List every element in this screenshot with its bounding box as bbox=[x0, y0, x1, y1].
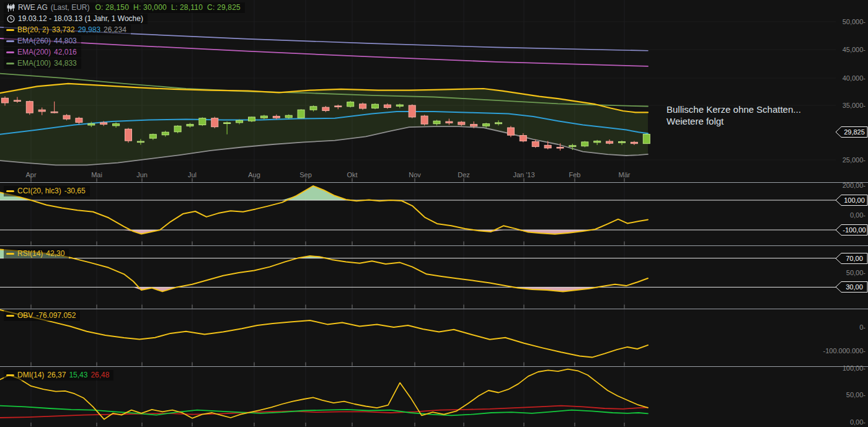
annotation-line2: Weietere folgt bbox=[666, 115, 865, 127]
candle[interactable] bbox=[507, 128, 514, 135]
candle[interactable] bbox=[211, 118, 218, 127]
candle[interactable] bbox=[384, 105, 391, 108]
candle[interactable] bbox=[396, 105, 403, 106]
dmi-indicator-label[interactable]: DMI(14) 26,37 15,43 26,48 bbox=[4, 370, 113, 381]
candle[interactable] bbox=[149, 134, 156, 138]
candle[interactable] bbox=[520, 136, 526, 141]
candle[interactable] bbox=[619, 142, 626, 143]
candle[interactable] bbox=[471, 125, 477, 126]
candle[interactable] bbox=[162, 132, 169, 135]
x-axis-label: Okt bbox=[347, 171, 357, 178]
candle[interactable] bbox=[544, 145, 551, 148]
instrument-header-row[interactable]: RWE AG (Last, EUR) O: 28,150 H: 30,000 L… bbox=[4, 2, 245, 13]
candle[interactable] bbox=[409, 105, 415, 117]
x-axis-label: Dez bbox=[458, 171, 470, 178]
candle[interactable] bbox=[2, 98, 9, 103]
obv-indicator-label[interactable]: OBV -76.097.052 bbox=[4, 310, 80, 321]
candle[interactable] bbox=[76, 118, 82, 123]
x-axis-label: Nov bbox=[409, 171, 421, 178]
y-axis-label: 100,00- bbox=[843, 364, 866, 372]
candle[interactable] bbox=[285, 115, 292, 118]
candle[interactable] bbox=[125, 129, 132, 141]
ema100-value: 34,833 bbox=[54, 59, 77, 68]
candle[interactable] bbox=[236, 120, 243, 123]
ema100-legend-row[interactable]: EMA(100) 34,833 bbox=[4, 58, 81, 69]
candle[interactable] bbox=[100, 123, 107, 125]
y-axis-label: 25,000- bbox=[843, 156, 866, 164]
candle[interactable] bbox=[310, 107, 317, 110]
instrument-series-type: (Last, EUR) bbox=[51, 3, 90, 12]
annotation-text[interactable]: Bullische Kerze ohne Schatten... Weieter… bbox=[666, 103, 865, 127]
dmi-label: DMI(14) bbox=[17, 371, 44, 380]
price-tag-label: -100,00 bbox=[843, 226, 866, 234]
ema200-value: 42,016 bbox=[54, 48, 77, 57]
bollinger-line-swatch bbox=[6, 29, 14, 31]
y-axis-label: 50,000- bbox=[843, 18, 866, 25]
candle[interactable] bbox=[347, 102, 354, 107]
candle[interactable] bbox=[631, 142, 637, 143]
chart-legend: RWE AG (Last, EUR) O: 28,150 H: 30,000 L… bbox=[4, 2, 245, 69]
dmi-plus-di-value: 15,43 bbox=[69, 371, 87, 380]
candle[interactable] bbox=[483, 124, 490, 126]
x-axis-label: Jul bbox=[188, 171, 197, 178]
dmi-line-swatch bbox=[6, 374, 14, 376]
candle[interactable] bbox=[557, 147, 564, 149]
candle[interactable] bbox=[199, 118, 206, 125]
candle[interactable] bbox=[249, 117, 255, 121]
candle[interactable] bbox=[113, 124, 120, 126]
candle[interactable] bbox=[446, 121, 453, 123]
candle[interactable] bbox=[335, 106, 342, 107]
candle[interactable] bbox=[88, 124, 95, 125]
candle[interactable] bbox=[322, 107, 329, 110]
bollinger-mid-value: 29,983 bbox=[78, 25, 100, 35]
candle[interactable] bbox=[174, 126, 181, 131]
obv-value: -76.097.052 bbox=[36, 311, 76, 320]
candle[interactable] bbox=[594, 141, 601, 143]
candle[interactable] bbox=[273, 117, 280, 118]
date-range-row[interactable]: 19.03.12 - 18.03.13 (1 Jahr, 1 Woche) bbox=[4, 14, 148, 24]
charting-application: AprMaiJunJulAugSepOktNovDezJan '13FebMär… bbox=[0, 0, 868, 427]
y-axis-label: 0- bbox=[859, 324, 866, 331]
cci-value: -30,65 bbox=[64, 187, 86, 196]
bollinger-legend-row[interactable]: BB(20, 2) 33,732 29,983 26,234 bbox=[4, 25, 131, 35]
candle[interactable] bbox=[495, 123, 502, 124]
rsi-value: 42,30 bbox=[46, 249, 64, 258]
price-tag-label: 70,00 bbox=[846, 255, 863, 262]
y-axis-label: -100.000.000- bbox=[823, 347, 866, 354]
bollinger-lower-value: 26,234 bbox=[104, 25, 126, 35]
candle[interactable] bbox=[569, 146, 576, 147]
candle[interactable] bbox=[643, 134, 650, 144]
candle[interactable] bbox=[51, 112, 58, 113]
x-axis-label: Aug bbox=[248, 171, 260, 178]
candle[interactable] bbox=[582, 142, 588, 146]
ema100-line-swatch bbox=[6, 63, 14, 64]
candle[interactable] bbox=[360, 104, 366, 108]
rsi-indicator-label[interactable]: RSI(14) 42,30 bbox=[4, 249, 69, 259]
candle[interactable] bbox=[532, 142, 539, 147]
candle[interactable] bbox=[137, 141, 144, 143]
ema260-legend-row[interactable]: EMA(260) 44,803 bbox=[4, 36, 81, 46]
ema200-legend-row[interactable]: EMA(200) 42,016 bbox=[4, 47, 81, 58]
ema260-line-swatch bbox=[6, 40, 14, 42]
candle[interactable] bbox=[63, 115, 70, 119]
candle[interactable] bbox=[224, 123, 231, 124]
candle[interactable] bbox=[606, 141, 613, 143]
candle[interactable] bbox=[26, 102, 33, 113]
candle[interactable] bbox=[298, 110, 304, 118]
candle[interactable] bbox=[14, 100, 20, 102]
candle[interactable] bbox=[372, 104, 379, 108]
price-tag-label: 29,825 bbox=[844, 128, 865, 136]
candle[interactable] bbox=[458, 122, 465, 125]
ohlc-values: O: 28,150 H: 30,000 L: 28,110 C: 29,825 bbox=[95, 3, 240, 12]
date-range-label: 19.03.12 - 18.03.13 (1 Jahr, 1 Woche) bbox=[18, 14, 143, 24]
cci-indicator-label[interactable]: CCI(20, hlc3) -30,65 bbox=[4, 186, 90, 196]
x-axis-label: Jun bbox=[136, 171, 148, 178]
candle[interactable] bbox=[187, 125, 193, 126]
x-axis-label: Mär bbox=[619, 171, 631, 178]
cci-label: CCI(20, hlc3) bbox=[17, 187, 61, 196]
candle[interactable] bbox=[38, 110, 45, 112]
candle[interactable] bbox=[433, 121, 440, 124]
candle[interactable] bbox=[421, 116, 428, 124]
candle[interactable] bbox=[260, 116, 267, 118]
ema200-line-swatch bbox=[6, 51, 14, 53]
